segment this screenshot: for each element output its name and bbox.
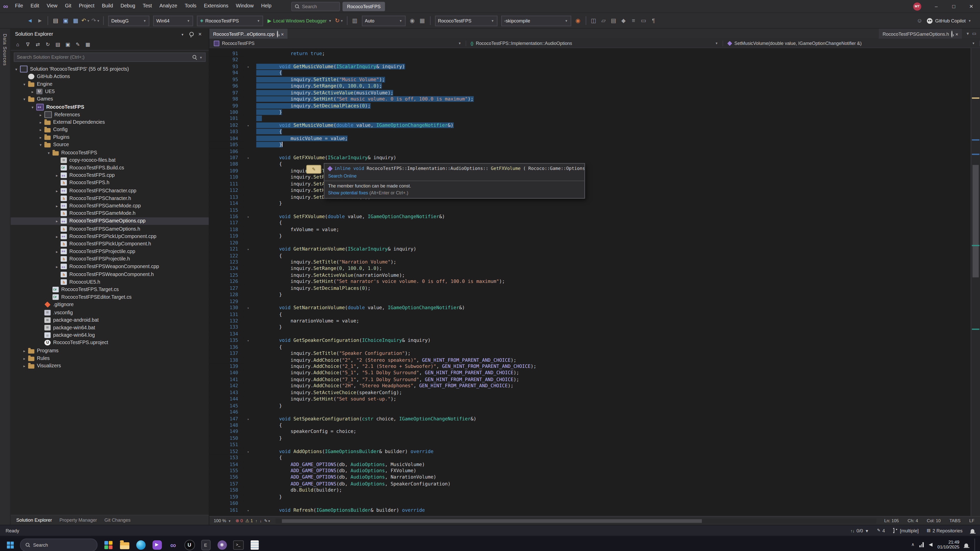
expand-arrow-icon[interactable]: ▸ xyxy=(21,356,27,360)
code-line[interactable]: 114 } xyxy=(209,200,970,207)
navigate-backward-icon[interactable]: ▤ xyxy=(609,16,618,25)
line-number[interactable]: 160 xyxy=(209,500,244,507)
properties-icon[interactable]: ✎ xyxy=(73,40,83,49)
code-line[interactable]: 118 fxVolume = value; xyxy=(209,227,970,233)
line-number[interactable]: 104 xyxy=(209,135,244,142)
fold-collapse-icon[interactable]: ▾ xyxy=(244,448,252,455)
code-line[interactable]: 102▾ void SetMusicVolume(double value, I… xyxy=(209,122,970,129)
expand-arrow-icon[interactable]: ▸ xyxy=(21,348,27,353)
window-position-icon[interactable]: ▼ xyxy=(178,32,187,36)
file-explorer-icon[interactable] xyxy=(118,538,131,551)
collapse-arrow-icon[interactable]: ▾ xyxy=(38,143,44,147)
show-all-files-icon[interactable]: ▣ xyxy=(63,40,73,49)
line-number[interactable]: 156 xyxy=(209,475,244,481)
line-number[interactable]: 134 xyxy=(209,331,244,338)
code-line[interactable]: 99 inquiry.SetDecimalPlaces(0); xyxy=(209,103,970,110)
line-number[interactable]: 93 xyxy=(209,64,244,70)
tree-item[interactable]: package-win64.log xyxy=(11,331,209,339)
code-line[interactable]: 93▾ void GetMusicVolume(IScalarInquiry& … xyxy=(209,64,970,70)
pending-changes[interactable]: ✎4 xyxy=(877,527,885,533)
tree-item[interactable]: RococoTestFPSEditor.Target.cs xyxy=(11,293,209,301)
line-number[interactable]: 151 xyxy=(209,442,244,448)
line-number[interactable]: 148 xyxy=(209,422,244,429)
code-line[interactable]: 126 inquiry.SetHint("Set narrator's voic… xyxy=(209,279,970,286)
scrollbar-thumb[interactable] xyxy=(282,519,702,523)
code-line[interactable]: 92 xyxy=(209,57,970,64)
expand-arrow-icon[interactable]: ▸ xyxy=(38,135,44,140)
code-line[interactable]: 138 inquiry.AddChoice("2", "2 (Stereo sp… xyxy=(209,357,970,364)
code-line[interactable]: 160 xyxy=(209,500,970,507)
close-button[interactable]: ✕ xyxy=(963,0,980,13)
menu-git[interactable]: Git xyxy=(61,0,75,13)
code-line[interactable]: 155 ADD_GAME_OPTIONS(db, AudioOptions, F… xyxy=(209,468,970,475)
line-number[interactable]: 147 xyxy=(209,416,244,422)
tree-item[interactable]: ▸RococoTestFPS.cpp xyxy=(11,171,209,179)
current-branch[interactable]: [multiple] xyxy=(893,527,918,533)
collapse-all-icon[interactable]: ▤ xyxy=(53,40,62,49)
refresh-icon[interactable]: ↻ xyxy=(43,40,52,49)
maximize-button[interactable]: □ xyxy=(945,0,963,13)
line-number[interactable]: 105 xyxy=(209,142,244,148)
line-number[interactable]: 159 xyxy=(209,494,244,501)
tree-item[interactable]: ▸RococoTestFPSPickUpComponent.cpp xyxy=(11,232,209,240)
code-line[interactable]: 95 inquiry.SetTitle("Music Volume"); xyxy=(209,77,970,83)
menu-view[interactable]: View xyxy=(43,0,61,13)
code-line[interactable]: 148 { xyxy=(209,422,970,429)
tree-item[interactable]: .vsconfig xyxy=(11,309,209,316)
line-number[interactable]: 92 xyxy=(209,57,244,64)
notifications[interactable] xyxy=(970,528,974,533)
data-sources-tab[interactable]: Data Sources xyxy=(2,34,8,66)
tree-item[interactable]: ▸RococoTestFPSGameOptions.cpp xyxy=(11,218,209,225)
float-window-icon[interactable]: ▭ xyxy=(972,31,976,36)
code-line[interactable]: 152▾ void AddOptions(IGameOptionsBuilder… xyxy=(209,448,970,455)
menu-extensions[interactable]: Extensions xyxy=(200,0,232,13)
close-tab-icon[interactable]: ✕ xyxy=(955,32,958,36)
line-number[interactable]: 155 xyxy=(209,468,244,475)
menu-analyze[interactable]: Analyze xyxy=(156,0,181,13)
taskbar-search-box[interactable]: Search xyxy=(20,538,97,551)
code-line[interactable]: 150 } xyxy=(209,435,970,442)
tree-item[interactable]: ▸External Dependencies xyxy=(11,118,209,126)
line-number[interactable]: 121 xyxy=(209,246,244,253)
nav-back-icon[interactable]: ◄ xyxy=(25,16,34,25)
expand-arrow-icon[interactable]: ▸ xyxy=(54,203,60,208)
terminal-icon[interactable]: >_ xyxy=(231,538,245,551)
line-number[interactable]: 114 xyxy=(209,200,244,207)
line-number[interactable]: 111 xyxy=(209,181,244,188)
line-number[interactable]: 157 xyxy=(209,481,244,487)
menu-debug[interactable]: Debug xyxy=(117,0,139,13)
expand-arrow-icon[interactable]: ▸ xyxy=(54,173,60,178)
show-desktop-button[interactable] xyxy=(974,538,976,551)
code-line[interactable]: 127 inquiry.SetDecimalPlaces(0); xyxy=(209,286,970,292)
notepad-icon[interactable] xyxy=(248,538,261,551)
code-line[interactable]: 157 ADD_GAME_OPTIONS(db, AudioOptions, S… xyxy=(209,481,970,487)
line-number[interactable]: 137 xyxy=(209,351,244,357)
menu-help[interactable]: Help xyxy=(258,0,275,13)
code-line[interactable]: 129 xyxy=(209,299,970,305)
tree-item[interactable]: ▾Engine xyxy=(11,80,209,88)
line-number[interactable]: 131 xyxy=(209,311,244,318)
line-number[interactable]: 96 xyxy=(209,83,244,90)
github-desktop-icon[interactable]: ◉ xyxy=(215,538,229,551)
tree-item[interactable]: RococoTestFPSGameOptions.h xyxy=(11,225,209,232)
unreal-engine-icon[interactable]: U xyxy=(183,538,196,551)
code-line[interactable]: 153 { xyxy=(209,455,970,462)
breadcrumb-segment[interactable]: RococoTestFPS▼ xyxy=(209,40,466,46)
collapse-arrow-icon[interactable]: ▾ xyxy=(21,97,27,101)
line-number[interactable]: 108 xyxy=(209,162,244,168)
code-line[interactable]: 122 { xyxy=(209,253,970,259)
save-icon[interactable]: ▣ xyxy=(61,16,70,25)
menu-test[interactable]: Test xyxy=(139,0,156,13)
sync-status[interactable]: ↑↓0/0▼ xyxy=(851,527,869,533)
tree-item[interactable]: RococoTestFPS.Build.cs xyxy=(11,164,209,171)
tree-item[interactable]: GitHub Actions xyxy=(11,73,209,80)
expand-arrow-icon[interactable]: ▸ xyxy=(54,265,60,269)
fold-collapse-icon[interactable]: ▾ xyxy=(244,305,252,311)
line-number[interactable]: 107 xyxy=(209,155,244,162)
code-line[interactable]: 97 inquiry.SetActiveValue(musicVolume); xyxy=(209,90,970,97)
fold-collapse-icon[interactable]: ▾ xyxy=(244,507,252,514)
code-line[interactable]: 100 } xyxy=(209,109,970,116)
close-panel-icon[interactable]: ✕ xyxy=(196,32,204,37)
code-line[interactable]: 139 inquiry.AddChoice("2_1", "2.1 (Stere… xyxy=(209,364,970,370)
tree-item[interactable]: ▸References xyxy=(11,111,209,118)
